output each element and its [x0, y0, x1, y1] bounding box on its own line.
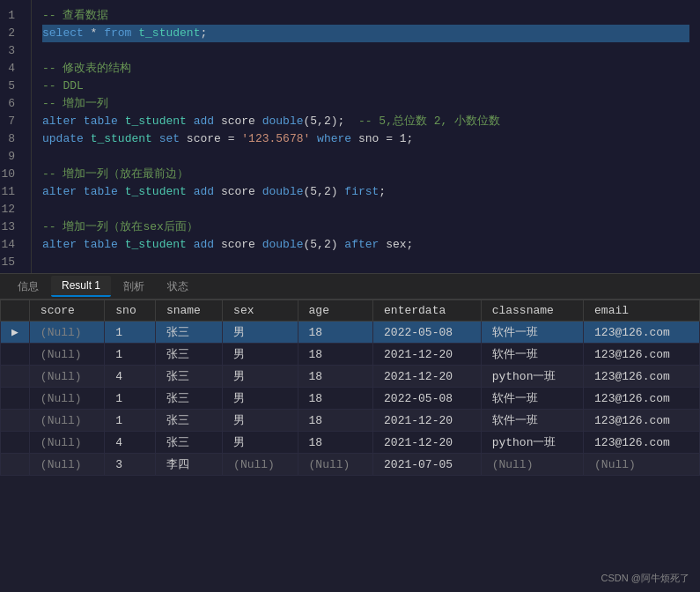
watermark: CSDN @阿牛烦死了 [601, 572, 689, 585]
cell-classname: (Null) [481, 454, 583, 476]
cell-email: 123@126.com [584, 366, 700, 388]
cell-score: (Null) [29, 432, 104, 454]
cell-sname: 李四 [155, 454, 222, 476]
cell-sname: 张三 [155, 432, 222, 454]
code-line-16: 删除一列 [42, 271, 689, 273]
row-indicator [1, 366, 30, 388]
table-row[interactable]: (Null)3李四(Null)(Null)2021-07-05(Null)(Nu… [1, 454, 700, 476]
cell-score: (Null) [29, 322, 104, 344]
row-indicator [1, 432, 30, 454]
cell-sno: 1 [105, 322, 156, 344]
code-line-13: -- 增加一列（放在sex后面） [42, 218, 689, 236]
code-lines[interactable]: -- 查看数据 select * from t_student; -- 修改表的… [32, 0, 700, 273]
cell-enterdata: 2021-12-20 [373, 432, 482, 454]
col-sno[interactable]: sno [105, 300, 156, 322]
cell-sname: 张三 [155, 388, 222, 410]
table-row[interactable]: (Null)1张三男182022-05-08软件一班123@126.com [1, 388, 700, 410]
cell-enterdata: 2021-12-20 [373, 366, 482, 388]
cell-sex: (Null) [223, 454, 298, 476]
code-line-2: select * from t_student; [42, 25, 689, 42]
cell-email: 123@126.com [584, 410, 700, 432]
code-line-8: update t_student set score = '123.5678' … [42, 130, 689, 148]
cell-classname: 软件一班 [481, 344, 583, 366]
tab-analyze[interactable]: 剖析 [113, 276, 155, 298]
cell-email: (Null) [584, 454, 700, 476]
cell-sname: 张三 [155, 344, 222, 366]
cell-enterdata: 2021-07-05 [373, 454, 482, 476]
cell-enterdata: 2021-12-20 [373, 344, 482, 366]
cell-classname: 软件一班 [481, 388, 583, 410]
tab-info[interactable]: 信息 [7, 276, 49, 298]
cell-sex: 男 [223, 322, 298, 344]
cell-score: (Null) [29, 388, 104, 410]
cell-email: 123@126.com [584, 388, 700, 410]
row-indicator [1, 344, 30, 366]
results-table: score sno sname sex age enterdata classn… [0, 300, 700, 476]
cell-sex: 男 [223, 388, 298, 410]
cell-sno: 3 [105, 454, 156, 476]
col-classname[interactable]: classname [481, 300, 583, 322]
col-age[interactable]: age [298, 300, 372, 322]
code-line-7: alter table t_student add score double(5… [42, 113, 689, 130]
col-email[interactable]: email [584, 300, 700, 322]
cell-age: 18 [298, 388, 372, 410]
code-line-6: -- 增加一列 [42, 95, 689, 113]
cell-age: 18 [298, 410, 372, 432]
cell-email: 123@126.com [584, 322, 700, 344]
cell-enterdata: 2022-05-08 [373, 388, 482, 410]
col-enterdata[interactable]: enterdata [373, 300, 482, 322]
cell-sno: 4 [105, 432, 156, 454]
row-indicator [1, 410, 30, 432]
tab-status[interactable]: 状态 [157, 276, 199, 298]
cell-score: (Null) [29, 366, 104, 388]
table-row[interactable]: (Null)4张三男182021-12-20python一班123@126.co… [1, 432, 700, 454]
row-indicator [1, 454, 30, 476]
code-editor[interactable]: 1 2 3 4 5 6 7 8 9 10 11 12 13 14 15 16 -… [0, 0, 700, 273]
col-sname[interactable]: sname [155, 300, 222, 322]
cell-age: (Null) [298, 454, 372, 476]
table-row[interactable]: ▶(Null)1张三男182022-05-08软件一班123@126.com [1, 322, 700, 344]
row-indicator: ▶ [1, 322, 30, 344]
cell-age: 18 [298, 432, 372, 454]
tab-result1[interactable]: Result 1 [51, 276, 111, 297]
cell-sno: 1 [105, 388, 156, 410]
code-line-14: alter table t_student add score double(5… [42, 236, 689, 254]
cell-enterdata: 2022-05-08 [373, 322, 482, 344]
code-line-3 [42, 42, 689, 60]
cell-sno: 1 [105, 344, 156, 366]
cell-classname: 软件一班 [481, 410, 583, 432]
cell-enterdata: 2021-12-20 [373, 410, 482, 432]
code-line-10: -- 增加一列（放在最前边） [42, 166, 689, 183]
cell-score: (Null) [29, 344, 104, 366]
table-row[interactable]: (Null)4张三男182021-12-20python一班123@126.co… [1, 366, 700, 388]
code-line-15 [42, 254, 689, 271]
cell-sex: 男 [223, 366, 298, 388]
table-body: ▶(Null)1张三男182022-05-08软件一班123@126.com(N… [1, 322, 700, 476]
cell-sno: 1 [105, 410, 156, 432]
cell-score: (Null) [29, 410, 104, 432]
cell-classname: python一班 [481, 366, 583, 388]
table-header-row: score sno sname sex age enterdata classn… [1, 300, 700, 322]
cell-sname: 张三 [155, 322, 222, 344]
cell-email: 123@126.com [584, 432, 700, 454]
code-line-5: -- DDL [42, 78, 689, 95]
cell-sno: 4 [105, 366, 156, 388]
cell-sname: 张三 [155, 366, 222, 388]
line-numbers: 1 2 3 4 5 6 7 8 9 10 11 12 13 14 15 16 [0, 0, 32, 273]
results-area[interactable]: score sno sname sex age enterdata classn… [0, 300, 700, 566]
cell-sex: 男 [223, 344, 298, 366]
col-score[interactable]: score [29, 300, 104, 322]
table-row[interactable]: (Null)1张三男182021-12-20软件一班123@126.com [1, 410, 700, 432]
cell-sex: 男 [223, 410, 298, 432]
col-sex[interactable]: sex [223, 300, 298, 322]
code-line-1: -- 查看数据 [42, 7, 689, 25]
cell-score: (Null) [29, 454, 104, 476]
code-line-12 [42, 201, 689, 218]
table-row[interactable]: (Null)1张三男182021-12-20软件一班123@126.com [1, 344, 700, 366]
cell-classname: 软件一班 [481, 322, 583, 344]
row-indicator [1, 388, 30, 410]
cell-sname: 张三 [155, 410, 222, 432]
cell-sex: 男 [223, 432, 298, 454]
code-line-4: -- 修改表的结构 [42, 60, 689, 78]
tabs-bar: 信息 Result 1 剖析 状态 [0, 273, 700, 300]
